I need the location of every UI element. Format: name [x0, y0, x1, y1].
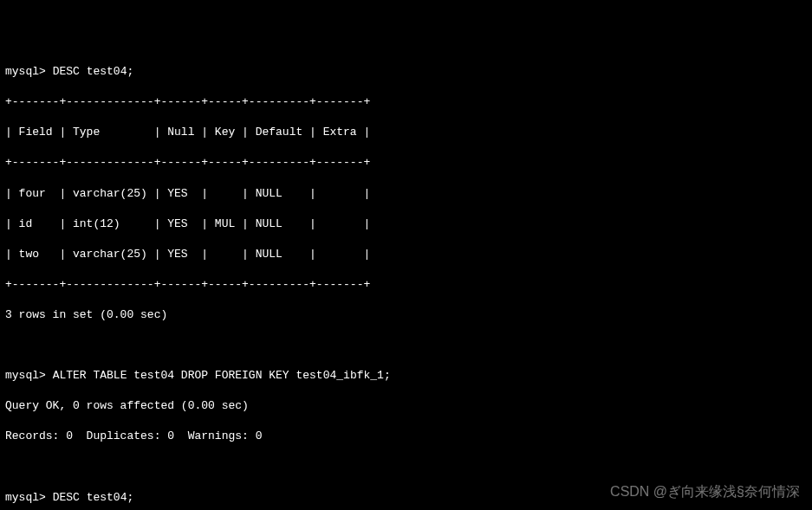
watermark: CSDN @ぎ向来缘浅§奈何情深 — [610, 482, 800, 501]
prompt: mysql> — [5, 369, 46, 382]
table-border: +-------+-------------+------+-----+----… — [5, 94, 807, 110]
query-ok: Query OK, 0 rows affected (0.00 sec) — [5, 398, 807, 414]
prompt: mysql> — [5, 65, 46, 78]
table-header: | Field | Type | Null | Key | Default | … — [5, 125, 807, 140]
blank-line — [5, 338, 807, 353]
table-row: | id | int(12) | YES | MUL | NULL | | — [5, 216, 807, 232]
prompt: mysql> — [5, 491, 46, 504]
records-line: Records: 0 Duplicates: 0 Warnings: 0 — [5, 429, 807, 444]
command-text: ALTER TABLE test04 DROP FOREIGN KEY test… — [53, 369, 391, 382]
command-text: DESC test04; — [53, 65, 134, 78]
table-row: | two | varchar(25) | YES | | NULL | | — [5, 247, 807, 262]
table-border: +-------+-------------+------+-----+----… — [5, 155, 807, 171]
result-footer: 3 rows in set (0.00 sec) — [5, 307, 807, 323]
cmd-line: mysql> ALTER TABLE test04 DROP FOREIGN K… — [5, 368, 807, 384]
table-border: +-------+-------------+------+-----+----… — [5, 277, 807, 293]
blank-line — [5, 459, 807, 474]
cmd-line: mysql> DESC test04; — [5, 64, 807, 80]
command-text: DESC test04; — [53, 491, 134, 504]
table-row: | four | varchar(25) | YES | | NULL | | — [5, 186, 807, 202]
